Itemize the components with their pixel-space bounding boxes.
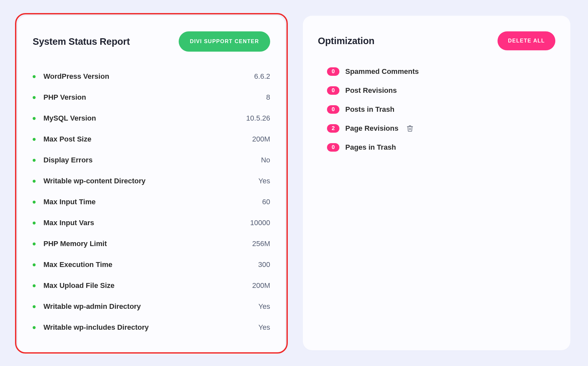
status-row: PHP Memory Limit256M: [33, 233, 270, 254]
status-value: 60: [262, 198, 270, 206]
system-status-card: System Status Report DIVI SUPPORT CENTER…: [18, 16, 285, 354]
status-label: WordPress Version: [43, 72, 254, 81]
status-value: 6.6.2: [254, 72, 270, 81]
status-value: 10000: [250, 219, 270, 227]
trash-icon[interactable]: [406, 125, 414, 132]
status-label: Writable wp-content Directory: [43, 177, 258, 185]
optimization-row: 2Page Revisions: [327, 119, 555, 138]
status-dot-icon: [33, 96, 36, 99]
count-badge: 0: [327, 105, 339, 114]
status-row: Max Execution Time300: [33, 254, 270, 275]
status-dot-icon: [33, 305, 36, 308]
status-label: Max Post Size: [43, 135, 252, 143]
status-dot-icon: [33, 263, 36, 266]
status-label: Max Execution Time: [43, 260, 258, 269]
optimization-row: 0Posts in Trash: [327, 100, 555, 119]
status-dot-icon: [33, 180, 36, 183]
count-badge: 0: [327, 143, 339, 152]
status-row: Max Input Vars10000: [33, 212, 270, 233]
status-dot-icon: [33, 138, 36, 141]
status-value: 200M: [252, 281, 270, 290]
optimization-label: Post Revisions: [345, 86, 397, 95]
status-dot-icon: [33, 242, 36, 245]
status-value: No: [261, 156, 270, 164]
delete-all-button[interactable]: DELETE ALL: [498, 31, 555, 50]
count-badge: 2: [327, 124, 339, 133]
status-value: 8: [266, 93, 270, 102]
status-value: 200M: [252, 135, 270, 143]
status-label: PHP Version: [43, 93, 266, 102]
status-row: Max Input Time60: [33, 191, 270, 212]
status-dot-icon: [33, 159, 36, 162]
status-row: Max Upload File Size200M: [33, 275, 270, 296]
optimization-row: 0Pages in Trash: [327, 138, 555, 157]
optimization-label: Pages in Trash: [345, 143, 396, 152]
status-dot-icon: [33, 117, 36, 120]
status-label: Max Input Time: [43, 198, 262, 206]
status-row: Writable wp-admin DirectoryYes: [33, 296, 270, 317]
status-dot-icon: [33, 201, 36, 204]
status-label: Writable wp-includes Directory: [43, 323, 258, 332]
optimization-title: Optimization: [318, 36, 374, 46]
system-status-title: System Status Report: [33, 36, 130, 47]
status-row: Writable wp-content DirectoryYes: [33, 171, 270, 191]
status-value: 10.5.26: [246, 114, 270, 123]
status-dot-icon: [33, 284, 36, 287]
status-value: 300: [258, 260, 270, 269]
status-label: MySQL Version: [43, 114, 246, 123]
optimization-label: Spammed Comments: [345, 67, 419, 76]
status-label: Max Input Vars: [43, 219, 250, 227]
status-value: Yes: [258, 323, 270, 332]
status-dot-icon: [33, 222, 36, 225]
optimization-row: 0Post Revisions: [327, 81, 555, 100]
status-dot-icon: [33, 326, 36, 329]
status-value: Yes: [258, 302, 270, 311]
status-row: PHP Version8: [33, 87, 270, 108]
status-row: Writable wp-includes DirectoryYes: [33, 317, 270, 338]
divi-support-center-button[interactable]: DIVI SUPPORT CENTER: [179, 31, 270, 52]
count-badge: 0: [327, 67, 339, 76]
optimization-label: Page Revisions: [345, 124, 399, 133]
optimization-label: Posts in Trash: [345, 105, 394, 114]
status-row: WordPress Version6.6.2: [33, 66, 270, 87]
status-label: Writable wp-admin Directory: [43, 302, 258, 311]
status-row: MySQL Version10.5.26: [33, 108, 270, 129]
optimization-card: Optimization DELETE ALL 0Spammed Comment…: [303, 16, 570, 350]
status-value: 256M: [252, 240, 270, 248]
status-label: PHP Memory Limit: [43, 240, 252, 248]
count-badge: 0: [327, 86, 339, 95]
status-label: Display Errors: [43, 156, 261, 164]
status-label: Max Upload File Size: [43, 281, 252, 290]
optimization-row: 0Spammed Comments: [327, 62, 555, 81]
status-row: Display ErrorsNo: [33, 150, 270, 171]
status-dot-icon: [33, 75, 36, 78]
status-row: Max Post Size200M: [33, 129, 270, 150]
status-value: Yes: [258, 177, 270, 185]
